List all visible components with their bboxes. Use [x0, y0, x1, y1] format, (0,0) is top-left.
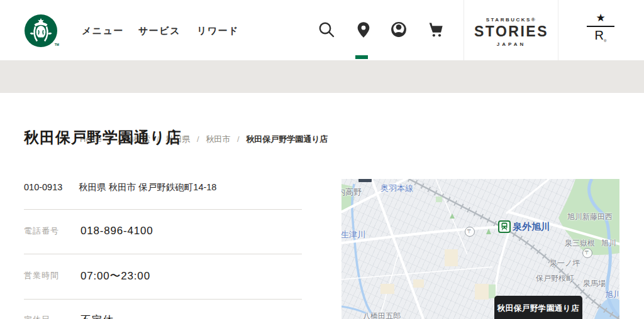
starbucks-stories-logo[interactable]: STARBUCKS® STORIES JAPAN: [464, 17, 558, 47]
detail-row-hours: 営業時間 07:00〜23:00: [24, 265, 302, 286]
nav-rewards[interactable]: リワード: [197, 25, 239, 37]
store-map[interactable]: 奥羽本線 内高野 草生津川 泉外旭川 旭川新藤田西 泉三嶽根 旭川 泉一ノ坪 保…: [341, 179, 619, 319]
stories-bottom-line: JAPAN: [464, 41, 558, 47]
logo-tm-mark: TM: [55, 43, 59, 46]
map-label-asahikawa-area: 旭川: [601, 238, 616, 249]
holiday-value: 不定休: [80, 313, 114, 319]
breadcrumb-current-store: 秋田保戸野学園通り店: [246, 134, 328, 144]
post-office-icon: 〒: [465, 227, 475, 237]
station-icon[interactable]: [498, 220, 511, 233]
breadcrumb-city[interactable]: 秋田市: [206, 134, 230, 144]
account-icon[interactable]: [390, 21, 408, 38]
store-locator-pin-icon[interactable]: [355, 21, 372, 38]
map-label-izumi-mitakene: 泉三嶽根: [565, 238, 595, 249]
map-label-yabase-tagoro: 八橋田五郎: [363, 311, 401, 319]
map-label-asahikawa-shinfujita-nishi: 旭川新藤田西: [567, 212, 613, 222]
store-detail-page: TM メニュー サービス リワード: [0, 0, 644, 319]
nav-menu[interactable]: メニュー: [82, 25, 124, 37]
row-divider: [24, 209, 302, 210]
map-label-hodono-sakuramachi: 保戸野桜町: [536, 273, 574, 284]
map-label-asahikawa-river: 旭川: [605, 289, 619, 300]
hours-value: 07:00〜23:00: [80, 269, 150, 283]
rakuten-points-logo[interactable]: ★ R®: [558, 12, 643, 43]
rakuten-logo-bar: [587, 26, 614, 27]
row-divider: [24, 299, 302, 300]
phone-value: 018-896-4100: [80, 225, 153, 237]
starbucks-logo[interactable]: TM: [24, 14, 58, 48]
cart-icon[interactable]: [426, 21, 444, 38]
map-label-kusozu-river: 草生津川: [341, 229, 365, 241]
detail-row-phone: 電話番号 018-896-4100: [24, 220, 302, 242]
phone-label: 電話番号: [24, 225, 80, 237]
store-title: 秋田保戸野学園通り店: [24, 127, 182, 148]
address-text: 秋田県 秋田市 保戸野鉄砲町14-18: [79, 182, 216, 192]
search-icon[interactable]: [318, 21, 335, 38]
map-label-rail-line: 奥羽本線: [380, 183, 413, 194]
hours-label: 営業時間: [24, 270, 80, 281]
station-name-label: 泉外旭川: [513, 221, 550, 233]
nav-services[interactable]: サービス: [138, 25, 180, 37]
row-divider: [24, 254, 302, 254]
detail-row-holiday: 定休日 不定休: [24, 309, 302, 319]
holiday-label: 定休日: [24, 314, 80, 319]
rakuten-letter: R: [595, 28, 604, 42]
breadcrumb-bar: Home / 店舗検索 / 秋田県 / 秋田市 / 秋田保戸野学園通り店: [0, 60, 644, 93]
map-label-izumi-baba: 泉馬場: [583, 278, 606, 289]
breadcrumb-separator: /: [237, 134, 240, 144]
post-office-icon: 〒: [582, 248, 592, 258]
store-address: 010-0913秋田県 秋田市 保戸野鉄砲町14-18: [24, 181, 216, 193]
store-map-tooltip[interactable]: 秋田保戸野学園通り店: [494, 296, 582, 319]
breadcrumb-separator: /: [197, 134, 199, 144]
site-header: TM メニュー サービス リワード: [0, 0, 644, 60]
postal-code: 010-0913: [24, 182, 62, 192]
siren-icon: [24, 14, 58, 48]
store-locator-active-indicator: [355, 55, 368, 59]
map-clipped-marker: [358, 179, 372, 182]
stories-top-line: STARBUCKS®: [464, 17, 558, 23]
stories-main-line: STORIES: [464, 23, 558, 40]
rakuten-reg-mark: ®: [604, 39, 606, 43]
rakuten-star-icon: ★: [558, 12, 643, 24]
map-label-takano: 内高野: [341, 187, 362, 198]
map-label-izumi-ichinotsubo: 泉一ノ坪: [550, 258, 580, 269]
